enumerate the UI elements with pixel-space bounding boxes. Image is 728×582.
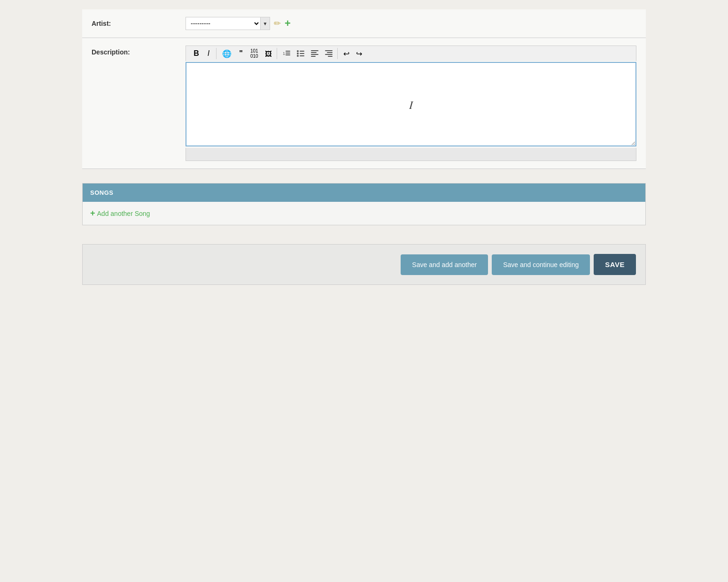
toolbar-bold-btn[interactable]: B bbox=[191, 48, 202, 59]
toolbar-image-btn[interactable]: 🖼 bbox=[262, 48, 275, 59]
editor-path-bar bbox=[186, 148, 636, 161]
svg-point-5 bbox=[297, 53, 299, 54]
toolbar-ul-btn[interactable] bbox=[294, 48, 307, 59]
image-icon: 🖼 bbox=[265, 50, 272, 58]
toolbar-align-right-btn[interactable] bbox=[322, 48, 335, 59]
editor-toolbar: B I 🌐 " 101010 🖼 bbox=[186, 46, 636, 61]
toolbar-redo-btn[interactable]: ↪ bbox=[353, 48, 365, 59]
artist-select-wrapper: --------- ▼ bbox=[186, 17, 270, 30]
action-bar: Save and add another Save and continue e… bbox=[82, 244, 646, 285]
description-row: Description: B I 🌐 " 101010 bbox=[82, 38, 646, 169]
page-container: Artist: --------- ▼ ✏ + Description: B I bbox=[82, 0, 646, 294]
save-continue-button[interactable]: Save and continue editing bbox=[492, 254, 590, 275]
description-label: Description: bbox=[92, 46, 186, 56]
svg-rect-9 bbox=[300, 55, 304, 56]
toolbar-ol-btn[interactable]: 1. bbox=[280, 48, 293, 59]
save-add-button[interactable]: Save and add another bbox=[401, 254, 488, 275]
svg-rect-7 bbox=[300, 51, 304, 52]
undo-icon: ↩ bbox=[343, 49, 349, 58]
artist-add-icon[interactable]: + bbox=[285, 17, 291, 30]
svg-rect-13 bbox=[311, 56, 316, 57]
artist-field: --------- ▼ ✏ + bbox=[186, 17, 636, 30]
add-song-label: Add another Song bbox=[97, 210, 150, 217]
svg-rect-17 bbox=[328, 56, 333, 57]
toolbar-format-group: B I bbox=[189, 48, 217, 59]
editor-container: B I 🌐 " 101010 🖼 bbox=[186, 46, 636, 161]
toolbar-history-group: ↩ ↪ bbox=[339, 48, 367, 59]
description-editor[interactable] bbox=[186, 62, 636, 146]
svg-rect-3 bbox=[286, 54, 290, 55]
toolbar-italic-btn[interactable]: I bbox=[203, 48, 214, 59]
toolbar-code-btn[interactable]: 101010 bbox=[248, 48, 261, 59]
svg-point-6 bbox=[297, 55, 299, 57]
toolbar-undo-btn[interactable]: ↩ bbox=[341, 48, 352, 59]
songs-section: SONGS + Add another Song bbox=[82, 183, 646, 225]
artist-edit-icon[interactable]: ✏ bbox=[274, 18, 281, 29]
artist-label: Artist: bbox=[92, 17, 186, 27]
globe-icon: 🌐 bbox=[222, 49, 232, 58]
toolbar-list-group: 1. bbox=[278, 48, 338, 59]
code-icon: 101010 bbox=[250, 48, 258, 59]
editor-area-wrapper: 𝐼 bbox=[186, 62, 636, 148]
svg-point-4 bbox=[297, 50, 299, 52]
add-song-plus-icon: + bbox=[90, 208, 95, 218]
svg-rect-11 bbox=[311, 52, 317, 53]
songs-body: + Add another Song bbox=[83, 202, 645, 225]
toolbar-blockquote-btn[interactable]: " bbox=[235, 48, 247, 59]
toolbar-link-btn[interactable]: 🌐 bbox=[219, 48, 234, 59]
svg-rect-2 bbox=[286, 53, 290, 54]
svg-rect-14 bbox=[325, 50, 333, 51]
svg-rect-10 bbox=[311, 50, 318, 51]
align-left-icon bbox=[311, 49, 318, 58]
toolbar-align-left-btn[interactable] bbox=[308, 48, 321, 59]
select-arrow-icon[interactable]: ▼ bbox=[261, 17, 270, 30]
svg-rect-16 bbox=[325, 54, 333, 55]
ul-icon bbox=[297, 49, 304, 58]
toolbar-insert-group: 🌐 " 101010 🖼 bbox=[217, 48, 277, 59]
svg-rect-15 bbox=[327, 52, 333, 53]
artist-row: Artist: --------- ▼ ✏ + bbox=[82, 9, 646, 38]
redo-icon: ↪ bbox=[356, 49, 362, 58]
align-right-icon bbox=[325, 49, 333, 58]
artist-select[interactable]: --------- bbox=[186, 17, 261, 30]
svg-rect-1 bbox=[286, 51, 290, 52]
songs-header: SONGS bbox=[83, 184, 645, 202]
ol-icon: 1. bbox=[283, 49, 290, 58]
save-button[interactable]: SAVE bbox=[594, 254, 636, 275]
svg-rect-12 bbox=[311, 54, 318, 55]
blockquote-icon: " bbox=[239, 49, 243, 58]
add-song-link[interactable]: + Add another Song bbox=[90, 208, 638, 218]
svg-rect-8 bbox=[300, 53, 304, 54]
